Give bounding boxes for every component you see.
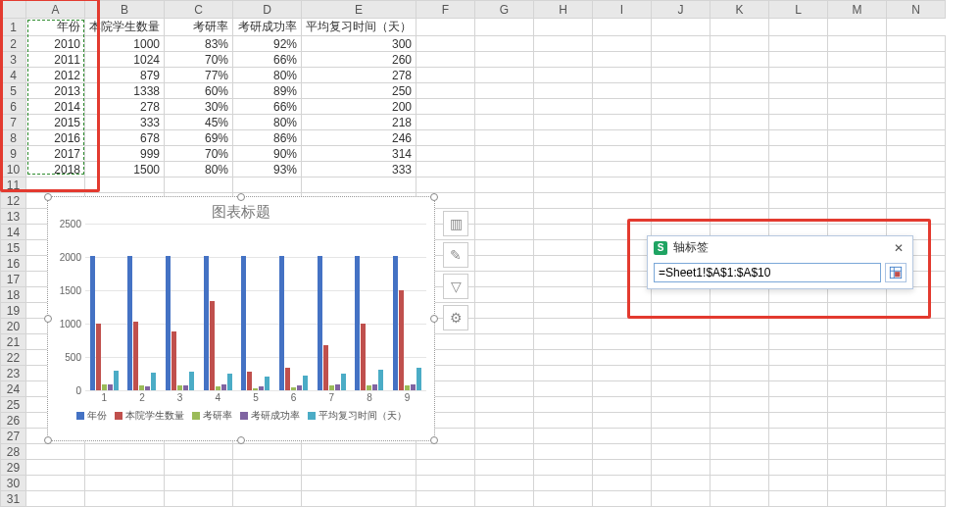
cell[interactable] xyxy=(593,334,652,350)
cell[interactable] xyxy=(652,444,710,460)
table-row[interactable]: 8201667869%86%246 xyxy=(1,130,946,146)
cell[interactable] xyxy=(475,334,534,350)
col-header-L[interactable]: L xyxy=(769,1,828,19)
cell[interactable] xyxy=(769,491,828,507)
cell[interactable] xyxy=(828,366,887,381)
cell[interactable]: 本院学生数量 xyxy=(85,19,165,36)
cell[interactable] xyxy=(652,209,710,225)
cell[interactable] xyxy=(302,177,416,193)
cell[interactable] xyxy=(85,476,165,491)
cell[interactable] xyxy=(475,83,534,99)
cell[interactable]: 66% xyxy=(233,52,302,68)
cell[interactable] xyxy=(165,444,233,460)
cell[interactable]: 1500 xyxy=(85,162,165,177)
cell[interactable] xyxy=(475,19,534,36)
cell[interactable] xyxy=(710,381,769,397)
cell[interactable]: 2016 xyxy=(26,130,85,146)
cell[interactable] xyxy=(302,491,416,507)
cell[interactable] xyxy=(652,334,710,350)
cell[interactable]: 200 xyxy=(302,99,416,115)
cell[interactable] xyxy=(652,115,710,130)
cell[interactable]: 60% xyxy=(165,83,233,99)
cell[interactable] xyxy=(710,350,769,366)
cell[interactable] xyxy=(475,397,534,413)
cell[interactable] xyxy=(710,68,769,83)
resize-handle[interactable] xyxy=(44,193,52,201)
cell[interactable]: 2010 xyxy=(26,36,85,52)
cell[interactable] xyxy=(416,146,475,162)
resize-handle[interactable] xyxy=(237,436,245,444)
row-header[interactable]: 4 xyxy=(1,68,26,83)
cell[interactable] xyxy=(769,130,828,146)
cell[interactable] xyxy=(534,303,593,319)
cell[interactable] xyxy=(652,303,710,319)
cell[interactable] xyxy=(769,366,828,381)
cell[interactable] xyxy=(652,413,710,429)
range-picker-button[interactable] xyxy=(885,263,906,282)
resize-handle[interactable] xyxy=(430,315,438,323)
cell[interactable] xyxy=(887,429,946,444)
row-header[interactable]: 23 xyxy=(1,366,26,381)
row-header[interactable]: 5 xyxy=(1,83,26,99)
cell[interactable] xyxy=(652,177,710,193)
cell[interactable]: 300 xyxy=(302,36,416,52)
cell[interactable] xyxy=(534,162,593,177)
row-header[interactable]: 9 xyxy=(1,146,26,162)
cell[interactable] xyxy=(593,52,652,68)
legend-item[interactable]: 考研成功率 xyxy=(240,409,300,423)
cell[interactable] xyxy=(887,193,946,209)
cell[interactable] xyxy=(593,177,652,193)
cell[interactable] xyxy=(534,366,593,381)
cell[interactable] xyxy=(769,429,828,444)
cell[interactable]: 1024 xyxy=(85,52,165,68)
cell[interactable] xyxy=(475,68,534,83)
chart-filter-button[interactable]: ▽ xyxy=(443,274,468,299)
cell[interactable] xyxy=(652,350,710,366)
row-header[interactable]: 27 xyxy=(1,429,26,444)
cell[interactable] xyxy=(534,272,593,287)
cell[interactable] xyxy=(652,99,710,115)
cell[interactable] xyxy=(652,366,710,381)
cell[interactable] xyxy=(652,19,710,36)
table-row[interactable]: 31 xyxy=(1,491,946,507)
cell[interactable] xyxy=(416,476,475,491)
cell[interactable] xyxy=(85,444,165,460)
row-header[interactable]: 26 xyxy=(1,413,26,429)
cell[interactable]: 考研成功率 xyxy=(233,19,302,36)
cell[interactable]: 考研率 xyxy=(165,19,233,36)
cell[interactable]: 260 xyxy=(302,52,416,68)
cell[interactable] xyxy=(828,99,887,115)
cell[interactable]: 333 xyxy=(302,162,416,177)
cell[interactable] xyxy=(593,225,652,240)
cell[interactable] xyxy=(828,381,887,397)
cell[interactable] xyxy=(233,476,302,491)
cell[interactable]: 70% xyxy=(165,52,233,68)
cell[interactable] xyxy=(710,130,769,146)
cell[interactable] xyxy=(652,36,710,52)
cell[interactable] xyxy=(887,476,946,491)
cell[interactable] xyxy=(416,36,475,52)
cell[interactable] xyxy=(534,146,593,162)
cell[interactable] xyxy=(652,146,710,162)
cell[interactable] xyxy=(828,319,887,334)
dialog-close-button[interactable]: ✕ xyxy=(891,240,906,256)
cell[interactable] xyxy=(828,115,887,130)
cell[interactable] xyxy=(887,319,946,334)
col-header-G[interactable]: G xyxy=(475,1,534,19)
cell[interactable] xyxy=(593,162,652,177)
cell[interactable] xyxy=(233,177,302,193)
cell[interactable] xyxy=(593,36,652,52)
cell[interactable] xyxy=(652,52,710,68)
cell[interactable] xyxy=(534,334,593,350)
cell[interactable] xyxy=(769,381,828,397)
cell[interactable]: 90% xyxy=(233,146,302,162)
chart-plot-area[interactable]: 05001000150020002500 xyxy=(85,224,426,390)
row-header[interactable]: 21 xyxy=(1,334,26,350)
cell[interactable] xyxy=(769,209,828,225)
cell[interactable] xyxy=(828,429,887,444)
cell[interactable]: 45% xyxy=(165,115,233,130)
cell[interactable] xyxy=(710,193,769,209)
cell[interactable] xyxy=(233,491,302,507)
cell[interactable] xyxy=(475,287,534,303)
cell[interactable]: 80% xyxy=(165,162,233,177)
